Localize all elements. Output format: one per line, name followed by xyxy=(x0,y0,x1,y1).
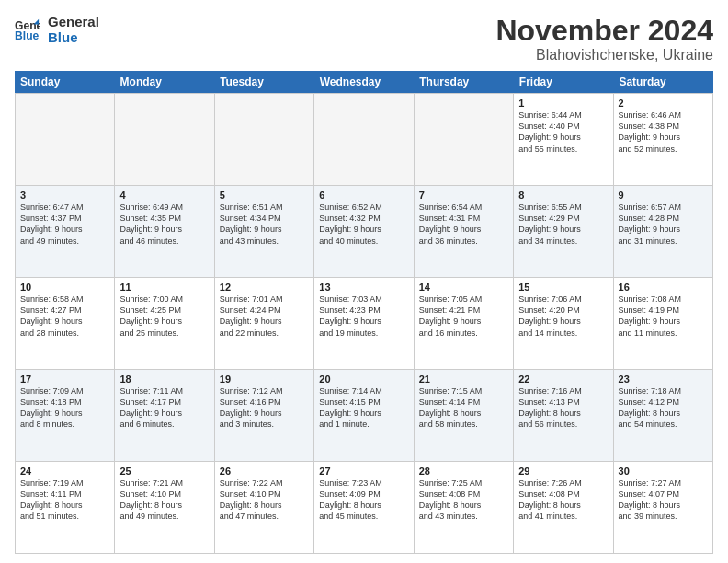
calendar-body: 1Sunrise: 6:44 AM Sunset: 4:40 PM Daylig… xyxy=(15,93,713,554)
day-info: Sunrise: 6:55 AM Sunset: 4:29 PM Dayligh… xyxy=(518,201,608,247)
day-info: Sunrise: 6:57 AM Sunset: 4:28 PM Dayligh… xyxy=(619,201,708,247)
calendar-cell: 13Sunrise: 7:03 AM Sunset: 4:23 PM Dayli… xyxy=(314,278,414,369)
calendar-cell: 26Sunrise: 7:22 AM Sunset: 4:10 PM Dayli… xyxy=(215,462,314,553)
day-number: 10 xyxy=(20,282,109,293)
calendar-cell: 8Sunrise: 6:55 AM Sunset: 4:29 PM Daylig… xyxy=(514,186,613,277)
day-number: 7 xyxy=(419,190,508,201)
calendar-cell: 22Sunrise: 7:16 AM Sunset: 4:13 PM Dayli… xyxy=(514,370,613,461)
calendar-cell xyxy=(314,94,414,185)
calendar-cell: 30Sunrise: 7:27 AM Sunset: 4:07 PM Dayli… xyxy=(614,462,713,553)
day-number: 9 xyxy=(619,190,708,201)
day-info: Sunrise: 7:23 AM Sunset: 4:09 PM Dayligh… xyxy=(319,477,408,523)
calendar-cell: 19Sunrise: 7:12 AM Sunset: 4:16 PM Dayli… xyxy=(215,370,314,461)
calendar-cell: 11Sunrise: 7:00 AM Sunset: 4:25 PM Dayli… xyxy=(115,278,214,369)
day-number: 24 xyxy=(20,465,109,477)
day-number: 3 xyxy=(20,190,109,201)
day-info: Sunrise: 6:54 AM Sunset: 4:31 PM Dayligh… xyxy=(419,201,508,247)
day-number: 2 xyxy=(619,98,708,109)
logo-icon: General Blue xyxy=(15,17,40,43)
calendar-cell: 9Sunrise: 6:57 AM Sunset: 4:28 PM Daylig… xyxy=(614,186,713,277)
calendar-row: 10Sunrise: 6:58 AM Sunset: 4:27 PM Dayli… xyxy=(16,278,713,370)
day-info: Sunrise: 7:14 AM Sunset: 4:15 PM Dayligh… xyxy=(319,385,408,431)
logo-blue: Blue xyxy=(48,30,99,46)
weekday-header: Friday xyxy=(514,71,614,93)
calendar-cell: 16Sunrise: 7:08 AM Sunset: 4:19 PM Dayli… xyxy=(614,278,713,369)
calendar-cell: 28Sunrise: 7:25 AM Sunset: 4:08 PM Dayli… xyxy=(415,462,514,553)
day-info: Sunrise: 7:01 AM Sunset: 4:24 PM Dayligh… xyxy=(220,293,309,339)
day-info: Sunrise: 7:16 AM Sunset: 4:13 PM Dayligh… xyxy=(518,385,608,431)
day-info: Sunrise: 6:51 AM Sunset: 4:34 PM Dayligh… xyxy=(220,201,309,247)
weekday-header: Sunday xyxy=(15,71,115,93)
day-number: 1 xyxy=(518,98,608,109)
logo: General Blue General Blue xyxy=(15,15,99,45)
day-number: 12 xyxy=(220,282,309,293)
calendar-cell: 14Sunrise: 7:05 AM Sunset: 4:21 PM Dayli… xyxy=(415,278,514,369)
day-info: Sunrise: 7:19 AM Sunset: 4:11 PM Dayligh… xyxy=(20,477,109,523)
calendar-cell xyxy=(215,94,314,185)
day-info: Sunrise: 7:03 AM Sunset: 4:23 PM Dayligh… xyxy=(319,293,408,339)
page-subtitle: Blahovishchenske, Ukraine xyxy=(495,47,713,63)
calendar-cell: 18Sunrise: 7:11 AM Sunset: 4:17 PM Dayli… xyxy=(115,370,214,461)
calendar-row: 24Sunrise: 7:19 AM Sunset: 4:11 PM Dayli… xyxy=(16,462,713,554)
day-number: 25 xyxy=(119,465,209,477)
day-number: 28 xyxy=(419,465,508,477)
calendar-cell: 24Sunrise: 7:19 AM Sunset: 4:11 PM Dayli… xyxy=(16,462,115,553)
day-number: 6 xyxy=(319,190,408,201)
day-number: 4 xyxy=(119,190,209,201)
day-info: Sunrise: 6:46 AM Sunset: 4:38 PM Dayligh… xyxy=(619,109,708,155)
day-info: Sunrise: 7:09 AM Sunset: 4:18 PM Dayligh… xyxy=(20,385,109,431)
calendar-cell: 21Sunrise: 7:15 AM Sunset: 4:14 PM Dayli… xyxy=(415,370,514,461)
day-number: 15 xyxy=(518,282,608,293)
day-number: 5 xyxy=(220,190,309,201)
day-info: Sunrise: 7:08 AM Sunset: 4:19 PM Dayligh… xyxy=(619,293,708,339)
day-info: Sunrise: 7:25 AM Sunset: 4:08 PM Dayligh… xyxy=(419,477,508,523)
calendar-cell: 27Sunrise: 7:23 AM Sunset: 4:09 PM Dayli… xyxy=(314,462,414,553)
calendar-cell: 10Sunrise: 6:58 AM Sunset: 4:27 PM Dayli… xyxy=(16,278,115,369)
day-info: Sunrise: 7:00 AM Sunset: 4:25 PM Dayligh… xyxy=(119,293,209,339)
day-number: 29 xyxy=(518,465,608,477)
day-info: Sunrise: 6:47 AM Sunset: 4:37 PM Dayligh… xyxy=(20,201,109,247)
calendar-cell: 3Sunrise: 6:47 AM Sunset: 4:37 PM Daylig… xyxy=(16,186,115,277)
day-number: 19 xyxy=(220,373,309,385)
calendar-header: SundayMondayTuesdayWednesdayThursdayFrid… xyxy=(15,71,713,93)
day-info: Sunrise: 6:49 AM Sunset: 4:35 PM Dayligh… xyxy=(119,201,209,247)
day-info: Sunrise: 6:52 AM Sunset: 4:32 PM Dayligh… xyxy=(319,201,408,247)
day-info: Sunrise: 7:12 AM Sunset: 4:16 PM Dayligh… xyxy=(220,385,309,431)
header: General Blue General Blue November 2024 … xyxy=(15,15,713,63)
calendar-cell: 29Sunrise: 7:26 AM Sunset: 4:08 PM Dayli… xyxy=(514,462,613,553)
day-info: Sunrise: 7:18 AM Sunset: 4:12 PM Dayligh… xyxy=(619,385,708,431)
calendar-cell: 15Sunrise: 7:06 AM Sunset: 4:20 PM Dayli… xyxy=(514,278,613,369)
calendar-cell: 4Sunrise: 6:49 AM Sunset: 4:35 PM Daylig… xyxy=(115,186,214,277)
calendar-cell: 20Sunrise: 7:14 AM Sunset: 4:15 PM Dayli… xyxy=(314,370,414,461)
day-number: 30 xyxy=(619,465,708,477)
weekday-header: Saturday xyxy=(613,71,713,93)
day-number: 8 xyxy=(518,190,608,201)
day-number: 18 xyxy=(119,373,209,385)
day-number: 26 xyxy=(220,465,309,477)
day-number: 11 xyxy=(119,282,209,293)
calendar: SundayMondayTuesdayWednesdayThursdayFrid… xyxy=(15,71,713,554)
page: General Blue General Blue November 2024 … xyxy=(0,0,728,563)
day-number: 13 xyxy=(319,282,408,293)
calendar-row: 1Sunrise: 6:44 AM Sunset: 4:40 PM Daylig… xyxy=(16,94,713,186)
calendar-cell xyxy=(16,94,115,185)
calendar-cell xyxy=(415,94,514,185)
calendar-row: 17Sunrise: 7:09 AM Sunset: 4:18 PM Dayli… xyxy=(16,370,713,462)
title-block: November 2024 Blahovishchenske, Ukraine xyxy=(495,15,713,63)
day-info: Sunrise: 6:44 AM Sunset: 4:40 PM Dayligh… xyxy=(518,109,608,155)
calendar-cell: 6Sunrise: 6:52 AM Sunset: 4:32 PM Daylig… xyxy=(314,186,414,277)
calendar-cell: 25Sunrise: 7:21 AM Sunset: 4:10 PM Dayli… xyxy=(115,462,214,553)
day-info: Sunrise: 7:26 AM Sunset: 4:08 PM Dayligh… xyxy=(518,477,608,523)
day-number: 21 xyxy=(419,373,508,385)
calendar-row: 3Sunrise: 6:47 AM Sunset: 4:37 PM Daylig… xyxy=(16,186,713,278)
day-number: 20 xyxy=(319,373,408,385)
day-info: Sunrise: 7:06 AM Sunset: 4:20 PM Dayligh… xyxy=(518,293,608,339)
day-info: Sunrise: 7:11 AM Sunset: 4:17 PM Dayligh… xyxy=(119,385,209,431)
weekday-header: Monday xyxy=(115,71,215,93)
day-number: 22 xyxy=(518,373,608,385)
day-info: Sunrise: 7:27 AM Sunset: 4:07 PM Dayligh… xyxy=(619,477,708,523)
day-info: Sunrise: 7:15 AM Sunset: 4:14 PM Dayligh… xyxy=(419,385,508,431)
day-number: 16 xyxy=(619,282,708,293)
calendar-cell: 12Sunrise: 7:01 AM Sunset: 4:24 PM Dayli… xyxy=(215,278,314,369)
weekday-header: Thursday xyxy=(414,71,514,93)
